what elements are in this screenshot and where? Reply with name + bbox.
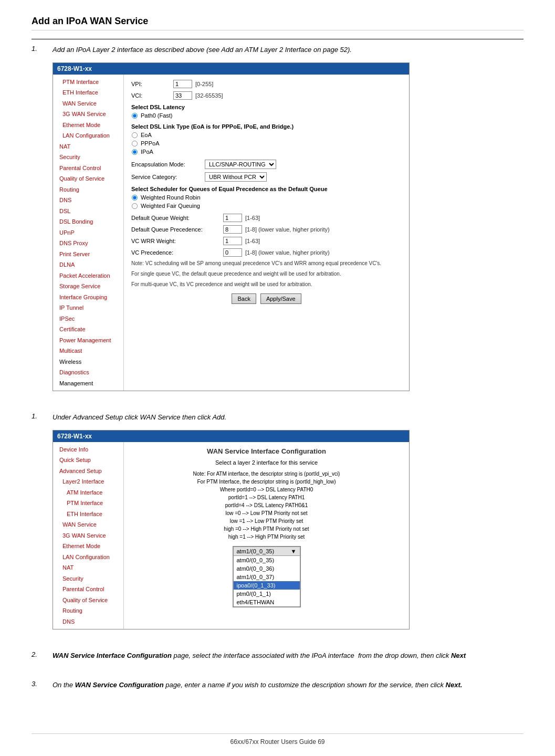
back-button[interactable]: Back [232,293,256,304]
encap-select[interactable]: LLC/SNAP-ROUTING [205,160,276,169]
dropdown-option-1[interactable]: atm0/(0_0_35) [234,556,300,564]
vpi-range: [0-255] [195,81,213,87]
nav-qos[interactable]: Quality of Service [53,173,123,184]
eoa-label: EoA [141,132,152,138]
nav-dsl-bonding[interactable]: DSL Bonding [53,216,123,227]
nav-routing[interactable]: Routing [53,184,123,195]
latency-path0-radio[interactable] [132,112,138,118]
wan-note7: low =1 --> Low PTM Priority set [131,517,402,525]
page-title: Add an IPoA WAN Service [32,16,523,30]
nav2-parental[interactable]: Parental Control [53,584,123,595]
apply-save-button[interactable]: Apply/Save [260,293,301,304]
vc-prec-input[interactable] [223,248,242,257]
eoa-radio-row: EoA [131,132,402,139]
vci-range: [32-65535] [195,92,223,99]
default-prec-row: Default Queue Precedence: [1-8] (lower v… [131,225,402,234]
dropdown-option-6[interactable]: eth4/ETHWAN [234,598,300,606]
default-weight-input[interactable] [223,214,242,222]
nav2-wan-service[interactable]: WAN Service [53,519,123,530]
ipoa-radio[interactable] [132,149,138,154]
nav2-routing[interactable]: Routing [53,605,123,616]
nav-wireless[interactable]: Wireless [53,356,123,368]
nav2-quick-setup[interactable]: Quick Setup [53,455,123,466]
nav-diagnostics[interactable]: Diagnostics [53,367,123,378]
eoa-radio[interactable] [132,132,138,138]
vci-input[interactable] [173,91,192,100]
dropdown-option-2[interactable]: atm0/(0_0_36) [234,564,300,573]
vc-wrr-input[interactable] [223,237,242,245]
dropdown-arrow-icon: ▼ [291,548,297,554]
nav2-device-info[interactable]: Device Info [53,444,123,455]
nav2-3g-wan[interactable]: 3G WAN Service [53,530,123,541]
dropdown-header[interactable]: atm1/(0_0_35) ▼ [233,547,300,556]
dropdown-option-5[interactable]: ptm0/(0_1_1) [234,590,300,598]
nav2-ethernet-mode[interactable]: Ethernet Mode [53,541,123,552]
wrr-radio[interactable] [132,194,138,200]
router-screenshot-1: 6728-W1-xx PTM Interface ETH Interface W… [53,62,410,392]
nav-ethernet-mode[interactable]: Ethernet Mode [53,120,123,131]
nav2-qos[interactable]: Quality of Service [53,595,123,606]
step-2-main: page, select the interface associated wi… [173,652,451,659]
nav2-layer2-interface[interactable]: Layer2 Interface [53,476,123,487]
nav-eth-interface[interactable]: ETH Interface [53,87,123,98]
nav-certificate[interactable]: Certificate [53,324,123,335]
vc-note3: For multi-queue VC, its VC precedence an… [131,281,402,288]
scheduler-title: Select Scheduler for Queues of Equal Pre… [131,186,402,192]
vpi-input[interactable] [173,80,192,88]
nav-parental-control[interactable]: Parental Control [53,163,123,174]
vc-wrr-row: VC WRR Weight: [1-63] [131,237,402,245]
service-cat-select[interactable]: UBR Without PCR [205,172,267,182]
dropdown-option-4[interactable]: ipoa0/(0_1_33) [234,581,300,590]
nav2-atm-interface[interactable]: ATM Interface [53,487,123,498]
step-2-bold: WAN Service Interface Configuration [53,652,172,659]
step-3-bold: WAN Service Configuration [75,681,164,689]
nav-security[interactable]: Security [53,152,123,163]
nav-dns-proxy[interactable]: DNS Proxy [53,238,123,249]
nav-storage-service[interactable]: Storage Service [53,281,123,292]
ipoa-radio-row: IPoA [131,149,402,155]
nav-interface-grouping[interactable]: Interface Grouping [53,292,123,303]
step-2-number: 2. [32,650,53,658]
nav2-dns[interactable]: DNS [53,616,123,627]
dropdown-option-3[interactable]: atm1/(0_0_37) [234,573,300,581]
interface-dropdown[interactable]: atm1/(0_0_35) ▼ atm0/(0_0_35) atm0/(0_0_… [233,546,301,607]
default-prec-input[interactable] [223,225,242,234]
step-2-content: WAN Service Interface Configuration page… [53,650,523,668]
nav2-eth-interface[interactable]: ETH Interface [53,509,123,520]
wan-note2: For PTM Interface, the descriptor string… [131,478,402,486]
vc-settings: VC WRR Weight: [1-63] VC Precedence: [1-… [131,237,402,257]
nav2-ptm-interface[interactable]: PTM Interface [53,498,123,509]
nav-ptm-interface[interactable]: PTM Interface [53,77,123,88]
pppoa-radio[interactable] [132,140,138,146]
nav-multicast[interactable]: Multicast [53,345,123,356]
nav-lan-config[interactable]: LAN Configuration [53,130,123,141]
nav-dsl[interactable]: DSL [53,206,123,217]
nav-dns[interactable]: DNS [53,195,123,206]
nav-wan-service[interactable]: WAN Service [53,98,123,109]
nav-power-mgmt[interactable]: Power Management [53,335,123,346]
nav-packet-accel[interactable]: Packet Acceleration [53,270,123,281]
nav-ipsec[interactable]: IPSec [53,313,123,324]
nav-upnp[interactable]: UPnP [53,227,123,238]
wan-note1: Note: For ATM interface, the descriptor … [131,470,402,478]
nav2-nat[interactable]: NAT [53,562,123,573]
wfq-radio[interactable] [132,203,138,208]
router-body-2: Device Info Quick Setup Advanced Setup L… [53,442,409,629]
nav-management[interactable]: Management [53,378,123,389]
default-prec-range: [1-8] (lower value, higher priority) [245,226,330,233]
dsl-link-title: Select DSL Link Type (EoA is for PPPoE, … [131,123,402,130]
vc-wrr-label: VC WRR Weight: [131,238,223,244]
nav2-advanced-setup[interactable]: Advanced Setup [53,466,123,477]
nav-dlna[interactable]: DLNA [53,259,123,270]
nav-ip-tunnel[interactable]: IP Tunnel [53,302,123,313]
nav2-security[interactable]: Security [53,573,123,584]
page-footer: 66xx/67xx Router Users Guide 69 [32,733,523,746]
nav-3g-wan[interactable]: 3G WAN Service [53,109,123,120]
vc-prec-label: VC Precedence: [131,249,223,256]
default-weight-range: [1-63] [245,215,260,221]
step-2: 2. WAN Service Interface Configuration p… [32,650,523,668]
nav-print-server[interactable]: Print Server [53,249,123,260]
nav-nat[interactable]: NAT [53,141,123,152]
wan-note8: high =0 --> High PTM Priority not set [131,525,402,533]
nav2-lan-config[interactable]: LAN Configuration [53,552,123,563]
